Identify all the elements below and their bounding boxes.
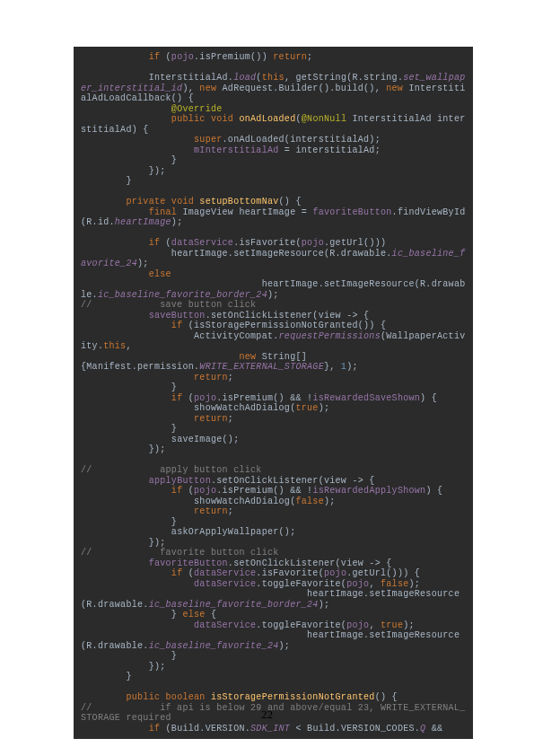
page-number: 22 — [0, 708, 534, 722]
code-block: if (pojo.isPremium()) return; Interstiti… — [74, 47, 473, 739]
document-page: if (pojo.isPremium()) return; Interstiti… — [0, 0, 534, 756]
